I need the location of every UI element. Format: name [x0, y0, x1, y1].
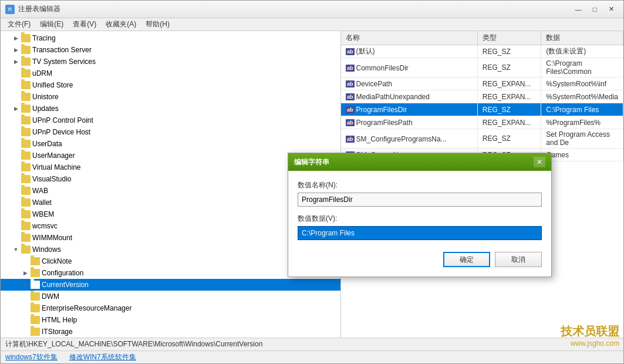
expand-arrow-updates[interactable]: [12, 105, 19, 112]
cell-name: ab ProgramFilesPath: [341, 116, 477, 129]
folder-icon-wallet: [21, 198, 31, 207]
tree-item-unified-store[interactable]: Unified Store: [1, 79, 340, 91]
tree-item-userdata[interactable]: UserData: [1, 138, 340, 150]
expand-arrow-tracing[interactable]: [12, 35, 19, 42]
expand-arrow-unistore: [12, 93, 19, 100]
cell-data: C:\Program Files\Common: [541, 58, 623, 77]
table-row[interactable]: ab SM_ConfigureProgramsNa...REG_SZSet Pr…: [341, 129, 623, 149]
folder-icon-transaction: [21, 46, 31, 54]
table-row[interactable]: ab ProgramFilesPathREG_EXPAN...%ProgramF…: [341, 116, 623, 129]
cell-name: ab DevicePath: [341, 77, 477, 90]
folder-icon-userdata: [21, 140, 31, 148]
expand-arrow-currentversion[interactable]: [22, 281, 29, 288]
tree-item-htmlhelp[interactable]: HTML Help: [1, 314, 340, 326]
folder-icon-dwm: [31, 292, 40, 301]
folder-icon-tracing: [21, 34, 31, 42]
folder-icon-tv: [21, 58, 31, 66]
maximize-button[interactable]: □: [587, 4, 602, 15]
cell-data: %ProgramFiles%: [541, 116, 623, 129]
tree-label-wallet: Wallet: [32, 198, 52, 207]
tree-item-udrm[interactable]: uDRM: [1, 68, 340, 79]
folder-icon-vm: [21, 163, 31, 171]
cell-type: REG_SZ: [477, 45, 541, 58]
table-row[interactable]: ab (默认)REG_SZ(数值未设置): [341, 45, 623, 58]
app-icon: R: [5, 5, 15, 14]
tree-label-updates: Updates: [32, 105, 59, 113]
menu-favorites[interactable]: 收藏夹(A): [101, 18, 141, 31]
tree-label-unistore: Unistore: [32, 93, 59, 101]
tree-label-wbem: WBEM: [32, 210, 54, 218]
expand-arrow-vs: [12, 176, 19, 183]
expand-arrow-windows[interactable]: [12, 246, 19, 253]
tree-label-currentversion: CurrentVersion: [42, 281, 89, 289]
tree-item-upnp-control[interactable]: UPnP Control Point: [1, 114, 340, 126]
tree-label-upnp-control: UPnP Control Point: [32, 116, 93, 124]
cell-name: ab (默认): [341, 45, 477, 58]
tree-item-unistore[interactable]: Unistore: [1, 91, 340, 103]
folder-icon-wbem: [21, 210, 31, 218]
menu-view[interactable]: 查看(V): [68, 18, 101, 31]
menu-help[interactable]: 帮助(H): [141, 18, 174, 31]
dialog-title-text: 编辑字符串: [294, 157, 329, 167]
tree-item-itstorage[interactable]: ITStorage: [1, 326, 340, 338]
tree-item-transaction-server[interactable]: Transaction Server: [1, 44, 340, 56]
col-data: 数据: [541, 31, 623, 45]
tree-item-upnp-device[interactable]: UPnP Device Host: [1, 126, 340, 138]
status-bar: 计算机\HKEY_LOCAL_MACHINE\SOFTWARE\Microsof…: [1, 338, 623, 350]
cancel-button[interactable]: 取消: [495, 252, 542, 267]
col-type: 类型: [477, 31, 541, 45]
tree-item-tv-system[interactable]: TV System Services: [1, 56, 340, 68]
folder-icon-wcmsvc: [21, 222, 31, 230]
expand-arrow-enterprise: [22, 305, 29, 312]
table-row[interactable]: ab MediaPathUnexpandedREG_EXPAN...%Syste…: [341, 90, 623, 103]
close-button[interactable]: ✕: [603, 4, 619, 15]
table-row[interactable]: ab DevicePathREG_EXPAN...%SystemRoot%\in…: [341, 77, 623, 90]
tree-label-vm: Virtual Machine: [32, 163, 81, 171]
tree-label-wab: WAB: [32, 187, 48, 195]
cell-name: ab SM_ConfigureProgramsNa...: [341, 129, 477, 149]
folder-icon-clicknote: [31, 257, 40, 265]
expand-arrow-configuration[interactable]: [22, 269, 29, 277]
tree-item-enterprise[interactable]: EnterpriseResourceManager: [1, 302, 340, 314]
name-input[interactable]: [298, 193, 542, 207]
title-bar: R 注册表编辑器 — □ ✕: [1, 1, 623, 18]
menu-bar: 文件(F) 编辑(E) 查看(V) 收藏夹(A) 帮助(H): [1, 18, 623, 31]
table-row[interactable]: ab ProgramFilesDirREG_SZC:\Program Files: [341, 103, 623, 116]
expand-arrow-wbem: [12, 211, 19, 218]
expand-arrow-htmlhelp: [22, 316, 29, 323]
folder-icon-upnp-control: [21, 116, 31, 124]
minimize-button[interactable]: —: [571, 4, 586, 15]
expand-arrow-itstorage: [22, 328, 29, 335]
confirm-button[interactable]: 确定: [443, 252, 490, 267]
menu-edit[interactable]: 编辑(E): [35, 18, 68, 31]
bottom-label1: windows7软件集: [5, 352, 58, 362]
cell-type: REG_SZ: [477, 58, 541, 77]
table-row[interactable]: ab CommonFilesDirREG_SZC:\Program Files\…: [341, 58, 623, 77]
expand-arrow-udrm: [12, 70, 19, 77]
folder-icon-htmlhelp: [31, 316, 40, 324]
data-input[interactable]: [298, 226, 542, 240]
expand-arrow-upnp-device: [12, 129, 19, 136]
cell-data: Set Program Access and De: [541, 129, 623, 149]
folder-icon-usermanager: [21, 151, 31, 160]
expand-arrow-tv[interactable]: [12, 58, 19, 65]
dialog-close-button[interactable]: ✕: [534, 157, 545, 167]
tree-label-windows: Windows: [32, 245, 61, 254]
tree-item-currentversion[interactable]: CurrentVersion: [1, 279, 340, 291]
tree-label-itstorage: ITStorage: [42, 328, 73, 336]
expand-arrow-dwm: [22, 293, 29, 300]
expand-arrow-transaction[interactable]: [12, 46, 19, 53]
edit-string-dialog[interactable]: 编辑字符串 ✕ 数值名称(N): 数值数据(V): 确定 取消: [288, 153, 552, 277]
expand-arrow-clicknote: [22, 258, 29, 265]
cell-type: REG_EXPAN...: [477, 77, 541, 90]
cell-name: ab ProgramFilesDir: [341, 103, 477, 116]
menu-file[interactable]: 文件(F): [3, 18, 35, 31]
folder-icon-configuration: [31, 269, 40, 277]
tree-item-dwm[interactable]: DWM: [1, 291, 340, 302]
tree-item-tracing[interactable]: Tracing: [1, 32, 340, 44]
expand-arrow-wcmsvc: [12, 223, 19, 230]
cell-type: REG_EXPAN...: [477, 90, 541, 103]
tree-item-updates[interactable]: Updates: [1, 103, 340, 114]
folder-icon-itstorage: [31, 328, 40, 336]
cell-data: C:\Program Files: [541, 103, 623, 116]
